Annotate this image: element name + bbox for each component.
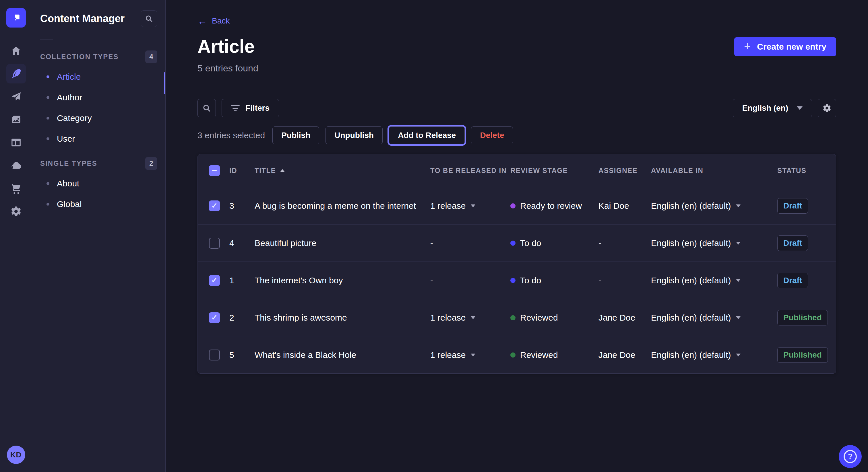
- strapi-logo[interactable]: [6, 8, 26, 28]
- cell-title: This shrimp is awesome: [255, 313, 430, 323]
- search-button[interactable]: [197, 99, 216, 117]
- rail-divider: [0, 35, 32, 35]
- cell-assignee: Jane Doe: [598, 350, 651, 360]
- media-library-icon[interactable]: [6, 110, 26, 129]
- cell-assignee: Jane Doe: [598, 313, 651, 323]
- locale-value: English (en): [742, 103, 788, 113]
- create-new-entry-button[interactable]: + Create new entry: [734, 37, 836, 56]
- single-types-list: About Global: [40, 173, 157, 214]
- filters-label: Filters: [245, 103, 270, 113]
- sidebar-item-article[interactable]: Article: [40, 67, 157, 87]
- row-checkbox[interactable]: [209, 200, 220, 211]
- sidebar-item-label: Global: [57, 199, 82, 209]
- cell-title: Beautiful picture: [255, 238, 430, 248]
- cell-release-value[interactable]: -: [430, 238, 433, 248]
- search-icon: [145, 14, 153, 23]
- content-manager-icon[interactable]: [6, 64, 26, 83]
- sidebar-item-about[interactable]: About: [40, 173, 157, 194]
- gear-icon: [823, 103, 832, 113]
- review-stage-dot: [510, 315, 516, 320]
- cell-available-in: English (en) (default): [651, 350, 731, 360]
- filters-button[interactable]: Filters: [222, 99, 279, 117]
- cloud-icon[interactable]: [6, 156, 26, 175]
- bullet-icon: [46, 137, 50, 140]
- chevron-down-icon: [797, 106, 803, 110]
- settings-icon[interactable]: [6, 202, 26, 221]
- create-new-entry-label: Create new entry: [757, 42, 826, 52]
- cell-assignee: -: [598, 238, 651, 248]
- sidebar-item-category[interactable]: Category: [40, 108, 157, 129]
- sidebar-item-global[interactable]: Global: [40, 194, 157, 214]
- cell-assignee: -: [598, 276, 651, 285]
- release-chevron-down-icon[interactable]: [471, 204, 475, 207]
- section-label-collection-types: COLLECTION TYPES: [40, 53, 119, 61]
- bullet-icon: [46, 117, 50, 120]
- table-row[interactable]: 5 What's inside a Black Hole 1 release R…: [198, 336, 836, 373]
- view-settings-button[interactable]: [818, 99, 836, 117]
- column-header-id[interactable]: ID: [229, 167, 255, 175]
- publish-button[interactable]: Publish: [272, 127, 319, 144]
- row-checkbox[interactable]: [209, 312, 220, 323]
- unpublish-button[interactable]: Unpublish: [326, 127, 383, 144]
- cell-release-value[interactable]: 1 release: [430, 201, 466, 211]
- plus-icon: +: [744, 40, 751, 52]
- locales-chevron-down-icon[interactable]: [736, 279, 741, 282]
- table-row[interactable]: 4 Beautiful picture - To do - English (e…: [198, 224, 836, 262]
- home-icon[interactable]: [6, 41, 26, 61]
- review-stage-dot: [510, 241, 516, 246]
- cell-release-value[interactable]: 1 release: [430, 350, 466, 360]
- sidebar-item-label: Author: [57, 93, 82, 102]
- status-badge: Draft: [777, 273, 808, 288]
- status-badge: Draft: [777, 235, 808, 251]
- cell-review-stage: To do: [520, 238, 541, 248]
- help-button[interactable]: ?: [839, 445, 862, 468]
- sidebar-item-user[interactable]: User: [40, 129, 157, 149]
- bullet-icon: [46, 182, 50, 185]
- delete-button[interactable]: Delete: [471, 127, 513, 144]
- table-row[interactable]: 2 This shrimp is awesome 1 release Revie…: [198, 299, 836, 336]
- release-chevron-down-icon[interactable]: [471, 353, 475, 357]
- strapi-logo-icon: [11, 12, 21, 23]
- column-header-title[interactable]: TITLE: [255, 167, 430, 175]
- back-link[interactable]: ← Back: [197, 16, 229, 26]
- section-label-single-types: SINGLE TYPES: [40, 160, 97, 167]
- locales-chevron-down-icon[interactable]: [736, 204, 741, 207]
- cell-review-stage: To do: [520, 276, 541, 285]
- releases-icon[interactable]: [6, 87, 26, 106]
- content-type-builder-icon[interactable]: [6, 133, 26, 152]
- sidebar-item-author[interactable]: Author: [40, 87, 157, 108]
- locale-select[interactable]: English (en): [733, 99, 812, 117]
- single-types-count-badge: 2: [145, 157, 157, 170]
- table-row[interactable]: 1 The internet's Own boy - To do - Engli…: [198, 262, 836, 299]
- locales-chevron-down-icon[interactable]: [736, 242, 741, 245]
- row-checkbox[interactable]: [209, 275, 220, 286]
- status-badge: Draft: [777, 198, 808, 214]
- table-row[interactable]: 3 A bug is becoming a meme on the intern…: [198, 187, 836, 224]
- cell-review-stage: Reviewed: [520, 313, 558, 323]
- cell-release-value[interactable]: -: [430, 276, 433, 285]
- status-badge: Published: [777, 310, 828, 326]
- marketplace-icon[interactable]: [6, 179, 26, 198]
- back-label: Back: [212, 16, 229, 26]
- locales-chevron-down-icon[interactable]: [736, 353, 741, 357]
- sidebar-title: Content Manager: [40, 12, 125, 25]
- select-all-checkbox[interactable]: [209, 165, 220, 176]
- status-badge: Published: [777, 347, 828, 363]
- release-chevron-down-icon[interactable]: [471, 316, 475, 319]
- entries-count: 5 entries found: [197, 63, 258, 74]
- row-checkbox[interactable]: [209, 238, 220, 248]
- user-avatar[interactable]: KD: [7, 446, 25, 464]
- selected-entries-count: 3 entries selected: [197, 131, 265, 140]
- column-header-to-be-released-in: TO BE RELEASED IN: [430, 167, 510, 175]
- cell-available-in: English (en) (default): [651, 313, 731, 323]
- locales-chevron-down-icon[interactable]: [736, 316, 741, 319]
- row-checkbox[interactable]: [209, 349, 220, 361]
- column-header-status: STATUS: [777, 167, 836, 175]
- sidebar-search-button[interactable]: [141, 10, 157, 27]
- cell-title: What's inside a Black Hole: [255, 350, 430, 360]
- add-to-release-button[interactable]: Add to Release: [389, 127, 465, 144]
- cell-id: 1: [229, 276, 255, 285]
- cell-release-value[interactable]: 1 release: [430, 313, 466, 323]
- sidebar-item-label: Category: [57, 113, 92, 123]
- question-mark-icon: ?: [844, 450, 857, 463]
